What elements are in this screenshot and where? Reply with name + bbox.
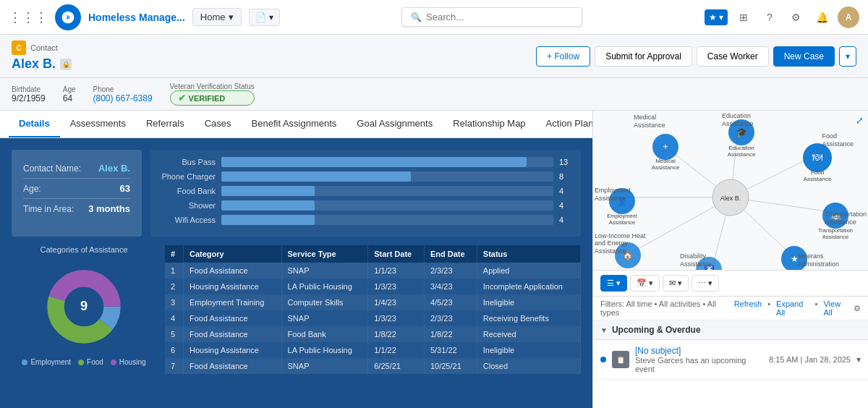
user-avatar[interactable]: A — [838, 7, 859, 28]
activity-time: 8:15 AM | Jan 28, 2025 — [769, 355, 851, 364]
new-case-button[interactable]: New Case — [773, 46, 835, 67]
svg-text:Medical: Medical — [655, 158, 676, 164]
nav-center: 🔍 — [280, 7, 705, 27]
expand-all-link[interactable]: Expand All — [776, 299, 809, 317]
contact-details-row: Birthdate 9/2/1959 Age 64 Phone (800) 66… — [0, 78, 868, 111]
tab-relationship-map[interactable]: Relationship Map — [443, 111, 535, 137]
help-icon[interactable]: ? — [760, 7, 780, 27]
col-status: Status — [477, 245, 580, 263]
legend-dot-housing — [111, 360, 116, 365]
table-row: 7Food AssistanceSNAP6/25/2110/25/21Close… — [165, 358, 581, 374]
actions-dropdown[interactable]: ▾ — [839, 46, 856, 67]
svg-text:Assistance: Assistance — [652, 164, 680, 171]
svg-text:★: ★ — [791, 254, 799, 264]
activity-more-btn[interactable]: ⋯ ▾ — [692, 275, 719, 292]
lock-icon[interactable]: 🔒 — [60, 59, 72, 70]
activity-dropdown-icon[interactable]: ▾ — [856, 354, 861, 365]
bar-track-shower — [221, 200, 553, 211]
donut-legend: Employment Food Housing — [22, 358, 145, 366]
tab-benefit-assignments[interactable]: Benefit Assignments — [242, 111, 347, 137]
age-field: Age 64 — [63, 85, 76, 103]
svg-text:Assistance: Assistance — [822, 234, 848, 240]
notification-icon[interactable]: 🔔 — [812, 7, 832, 27]
info-card: Contact Name: Alex B. Age: 63 Time in Ar… — [12, 150, 142, 237]
contact-name-row: Contact Name: Alex B. — [23, 158, 130, 179]
app-icon — [55, 4, 81, 30]
activity-calendar-btn[interactable]: 📅 ▾ — [630, 275, 660, 292]
chevron-down-icon: ▼ — [600, 326, 608, 334]
activity-section: ☰ ▾ 📅 ▾ ✉ ▾ ⋯ ▾ Filters: All time • All … — [593, 270, 868, 408]
refresh-link[interactable]: Refresh — [734, 299, 762, 317]
table-row: 6Housing AssistanceLA Public Housing1/1/… — [165, 342, 581, 358]
upcoming-header[interactable]: ▼ Upcoming & Overdue — [593, 320, 868, 340]
contact-name: Alex B. 🔒 — [12, 56, 72, 72]
submit-approval-button[interactable]: Submit for Approval — [595, 46, 692, 67]
nav-home[interactable]: Home ▾ — [192, 8, 242, 26]
rm-label-veterans: VeteransAdministration — [798, 252, 839, 268]
activity-title[interactable]: [No subject] — [635, 346, 763, 356]
phone-field: Phone (800) 667-6389 — [93, 85, 153, 103]
bar-track-buspass — [221, 157, 553, 167]
time-row: Time in Area: 3 months — [23, 199, 130, 218]
filter-settings-icon[interactable]: ⚙ — [854, 304, 861, 313]
svg-text:9: 9 — [80, 299, 88, 313]
tab-details[interactable]: Details — [9, 111, 60, 137]
table-row: 1Food AssistanceSNAP1/1/232/3/23Applied — [165, 263, 581, 279]
donut-title: Categories of Assistance — [40, 245, 127, 254]
nav-left: ⋮⋮⋮ Homeless Manage... Home ▾ 📄 ▾ — [9, 4, 280, 30]
dashboard-bottom: Categories of Assistance 9 — [12, 245, 581, 407]
tab-cases[interactable]: Cases — [195, 111, 242, 137]
search-input[interactable] — [426, 12, 556, 22]
table-row: 2Housing AssistanceLA Public Housing1/3/… — [165, 279, 581, 294]
tab-goal-assignments[interactable]: Goal Assignments — [346, 111, 443, 137]
age-row: Age: 63 — [23, 179, 130, 199]
view-all-link[interactable]: View All — [823, 299, 848, 317]
table-header-row: # Category Service Type Start Date End D… — [165, 245, 581, 263]
svg-text:Food: Food — [811, 169, 824, 176]
follow-button[interactable]: + Follow — [536, 46, 590, 67]
search-bar: 🔍 — [401, 7, 582, 27]
svg-text:Assistance: Assistance — [609, 219, 635, 226]
tab-action-plans[interactable]: Action Plans — [536, 111, 593, 137]
table-row: 4Food AssistanceSNAP1/3/232/3/23Receivin… — [165, 310, 581, 326]
legend-dot-employment — [22, 360, 27, 365]
bar-row-buspass: Bus Pass 13 — [158, 157, 574, 167]
svg-text:🎓: 🎓 — [736, 127, 747, 137]
donut-chart-area: Categories of Assistance 9 — [12, 245, 156, 407]
activity-content: [No subject] Steve Garces has an upcomin… — [635, 346, 763, 373]
legend-housing: Housing — [111, 358, 146, 366]
bar-row-foodbank: Food Bank 4 — [158, 186, 574, 196]
nav-right: ★ ▾ ⊞ ? ⚙ 🔔 A — [705, 7, 859, 28]
bar-fill-shower — [221, 200, 315, 211]
activity-toolbar: ☰ ▾ 📅 ▾ ✉ ▾ ⋯ ▾ — [593, 271, 868, 297]
rm-label-disability: DisabilityAssistance — [680, 252, 712, 268]
rm-label-employment: EmploymentAssistance — [595, 187, 631, 203]
rm-label-education: EducationAssistance — [722, 112, 754, 128]
filter-links: Refresh • Expand All • View All — [734, 299, 848, 317]
grid-icon[interactable]: ⋮⋮⋮ — [9, 9, 48, 25]
contact-label: C Contact — [12, 41, 72, 55]
tab-referrals[interactable]: Referrals — [136, 111, 195, 137]
contact-header: C Contact Alex B. 🔒 + Follow Submit for … — [0, 35, 868, 78]
activity-email-btn[interactable]: ✉ ▾ — [663, 275, 689, 292]
legend-employment: Employment — [22, 358, 71, 366]
legend-food: Food — [78, 358, 103, 366]
activity-filters: Filters: All time • All activities • All… — [593, 297, 868, 320]
col-start-date: Start Date — [368, 245, 425, 263]
activity-list-btn[interactable]: ☰ ▾ — [600, 275, 627, 292]
settings-icon[interactable]: ⚙ — [786, 7, 806, 27]
bar-track-phonecharger — [221, 171, 553, 182]
bar-fill-phonecharger — [221, 171, 411, 182]
case-worker-button[interactable]: Case Worker — [697, 46, 769, 67]
right-panel: ⤢ Alex B. Medical Assistance — [593, 111, 868, 408]
rm-label-medical: MedicalAssistance — [634, 114, 665, 129]
activity-list: ▼ Upcoming & Overdue 📋 [No subject] Stev… — [593, 320, 868, 408]
star-button[interactable]: ★ ▾ — [705, 9, 728, 25]
bar-fill-buspass — [221, 157, 527, 167]
svg-text:🍽: 🍽 — [812, 151, 822, 163]
svg-text:Assistance: Assistance — [804, 176, 832, 182]
grid-icon-2[interactable]: ⊞ — [733, 7, 754, 27]
rm-label-food: FoodAssistance — [822, 132, 854, 148]
nav-file[interactable]: 📄 ▾ — [249, 9, 280, 26]
tab-assessments[interactable]: Assessments — [60, 111, 136, 137]
